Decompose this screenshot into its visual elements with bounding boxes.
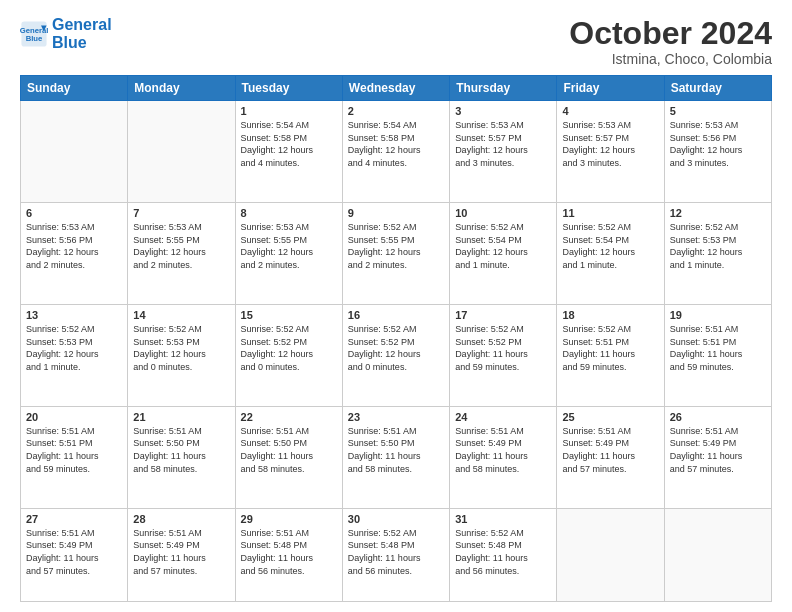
calendar-cell: 7Sunrise: 5:53 AMSunset: 5:55 PMDaylight… [128, 203, 235, 305]
calendar-cell: 21Sunrise: 5:51 AMSunset: 5:50 PMDayligh… [128, 406, 235, 508]
page: General Blue General Blue October 2024 I… [0, 0, 792, 612]
header-row: Sunday Monday Tuesday Wednesday Thursday… [21, 76, 772, 101]
calendar-cell: 3Sunrise: 5:53 AMSunset: 5:57 PMDaylight… [450, 101, 557, 203]
calendar-cell: 20Sunrise: 5:51 AMSunset: 5:51 PMDayligh… [21, 406, 128, 508]
day-info: Sunrise: 5:51 AMSunset: 5:49 PMDaylight:… [455, 425, 551, 475]
day-number: 30 [348, 513, 444, 525]
calendar-cell: 17Sunrise: 5:52 AMSunset: 5:52 PMDayligh… [450, 304, 557, 406]
calendar-cell: 8Sunrise: 5:53 AMSunset: 5:55 PMDaylight… [235, 203, 342, 305]
day-number: 4 [562, 105, 658, 117]
day-info: Sunrise: 5:53 AMSunset: 5:57 PMDaylight:… [455, 119, 551, 169]
day-number: 23 [348, 411, 444, 423]
day-info: Sunrise: 5:51 AMSunset: 5:51 PMDaylight:… [670, 323, 766, 373]
calendar-cell: 28Sunrise: 5:51 AMSunset: 5:49 PMDayligh… [128, 508, 235, 601]
day-number: 20 [26, 411, 122, 423]
day-number: 29 [241, 513, 337, 525]
day-number: 2 [348, 105, 444, 117]
title-area: October 2024 Istmina, Choco, Colombia [569, 16, 772, 67]
day-info: Sunrise: 5:52 AMSunset: 5:52 PMDaylight:… [348, 323, 444, 373]
calendar-cell: 25Sunrise: 5:51 AMSunset: 5:49 PMDayligh… [557, 406, 664, 508]
day-number: 31 [455, 513, 551, 525]
calendar-cell [21, 101, 128, 203]
day-number: 12 [670, 207, 766, 219]
calendar-cell: 19Sunrise: 5:51 AMSunset: 5:51 PMDayligh… [664, 304, 771, 406]
day-info: Sunrise: 5:53 AMSunset: 5:56 PMDaylight:… [670, 119, 766, 169]
calendar-cell: 4Sunrise: 5:53 AMSunset: 5:57 PMDaylight… [557, 101, 664, 203]
day-info: Sunrise: 5:53 AMSunset: 5:55 PMDaylight:… [133, 221, 229, 271]
calendar-cell: 9Sunrise: 5:52 AMSunset: 5:55 PMDaylight… [342, 203, 449, 305]
logo: General Blue General Blue [20, 16, 112, 51]
calendar-cell: 27Sunrise: 5:51 AMSunset: 5:49 PMDayligh… [21, 508, 128, 601]
day-number: 19 [670, 309, 766, 321]
location: Istmina, Choco, Colombia [569, 51, 772, 67]
col-friday: Friday [557, 76, 664, 101]
day-number: 27 [26, 513, 122, 525]
day-number: 13 [26, 309, 122, 321]
calendar-cell: 11Sunrise: 5:52 AMSunset: 5:54 PMDayligh… [557, 203, 664, 305]
day-number: 9 [348, 207, 444, 219]
day-info: Sunrise: 5:51 AMSunset: 5:49 PMDaylight:… [670, 425, 766, 475]
day-number: 18 [562, 309, 658, 321]
calendar-cell: 2Sunrise: 5:54 AMSunset: 5:58 PMDaylight… [342, 101, 449, 203]
col-thursday: Thursday [450, 76, 557, 101]
calendar-cell: 24Sunrise: 5:51 AMSunset: 5:49 PMDayligh… [450, 406, 557, 508]
day-info: Sunrise: 5:51 AMSunset: 5:50 PMDaylight:… [348, 425, 444, 475]
calendar-table: Sunday Monday Tuesday Wednesday Thursday… [20, 75, 772, 602]
month-title: October 2024 [569, 16, 772, 51]
day-number: 7 [133, 207, 229, 219]
day-info: Sunrise: 5:51 AMSunset: 5:49 PMDaylight:… [133, 527, 229, 577]
header: General Blue General Blue October 2024 I… [20, 16, 772, 67]
calendar-cell: 10Sunrise: 5:52 AMSunset: 5:54 PMDayligh… [450, 203, 557, 305]
col-monday: Monday [128, 76, 235, 101]
day-number: 11 [562, 207, 658, 219]
day-info: Sunrise: 5:52 AMSunset: 5:54 PMDaylight:… [455, 221, 551, 271]
day-number: 16 [348, 309, 444, 321]
day-info: Sunrise: 5:53 AMSunset: 5:57 PMDaylight:… [562, 119, 658, 169]
calendar-cell: 30Sunrise: 5:52 AMSunset: 5:48 PMDayligh… [342, 508, 449, 601]
calendar-cell: 15Sunrise: 5:52 AMSunset: 5:52 PMDayligh… [235, 304, 342, 406]
day-number: 15 [241, 309, 337, 321]
day-info: Sunrise: 5:51 AMSunset: 5:49 PMDaylight:… [26, 527, 122, 577]
calendar-cell: 6Sunrise: 5:53 AMSunset: 5:56 PMDaylight… [21, 203, 128, 305]
calendar-cell: 13Sunrise: 5:52 AMSunset: 5:53 PMDayligh… [21, 304, 128, 406]
col-tuesday: Tuesday [235, 76, 342, 101]
calendar-cell: 31Sunrise: 5:52 AMSunset: 5:48 PMDayligh… [450, 508, 557, 601]
calendar-cell: 18Sunrise: 5:52 AMSunset: 5:51 PMDayligh… [557, 304, 664, 406]
day-number: 21 [133, 411, 229, 423]
logo-text-block: General Blue [52, 16, 112, 51]
calendar-cell [557, 508, 664, 601]
day-number: 10 [455, 207, 551, 219]
day-number: 1 [241, 105, 337, 117]
day-info: Sunrise: 5:51 AMSunset: 5:50 PMDaylight:… [241, 425, 337, 475]
calendar-cell: 26Sunrise: 5:51 AMSunset: 5:49 PMDayligh… [664, 406, 771, 508]
day-info: Sunrise: 5:52 AMSunset: 5:52 PMDaylight:… [241, 323, 337, 373]
day-number: 24 [455, 411, 551, 423]
logo-icon: General Blue [20, 20, 48, 48]
day-number: 14 [133, 309, 229, 321]
day-number: 26 [670, 411, 766, 423]
calendar-cell: 16Sunrise: 5:52 AMSunset: 5:52 PMDayligh… [342, 304, 449, 406]
day-number: 25 [562, 411, 658, 423]
col-sunday: Sunday [21, 76, 128, 101]
calendar-cell [664, 508, 771, 601]
day-info: Sunrise: 5:52 AMSunset: 5:53 PMDaylight:… [670, 221, 766, 271]
day-info: Sunrise: 5:52 AMSunset: 5:51 PMDaylight:… [562, 323, 658, 373]
day-info: Sunrise: 5:52 AMSunset: 5:48 PMDaylight:… [348, 527, 444, 577]
day-info: Sunrise: 5:52 AMSunset: 5:48 PMDaylight:… [455, 527, 551, 577]
day-info: Sunrise: 5:52 AMSunset: 5:52 PMDaylight:… [455, 323, 551, 373]
day-info: Sunrise: 5:51 AMSunset: 5:51 PMDaylight:… [26, 425, 122, 475]
day-number: 5 [670, 105, 766, 117]
day-info: Sunrise: 5:54 AMSunset: 5:58 PMDaylight:… [348, 119, 444, 169]
day-number: 8 [241, 207, 337, 219]
day-info: Sunrise: 5:53 AMSunset: 5:55 PMDaylight:… [241, 221, 337, 271]
col-wednesday: Wednesday [342, 76, 449, 101]
calendar-cell: 14Sunrise: 5:52 AMSunset: 5:53 PMDayligh… [128, 304, 235, 406]
day-number: 28 [133, 513, 229, 525]
day-info: Sunrise: 5:52 AMSunset: 5:55 PMDaylight:… [348, 221, 444, 271]
calendar-cell: 22Sunrise: 5:51 AMSunset: 5:50 PMDayligh… [235, 406, 342, 508]
calendar-cell [128, 101, 235, 203]
day-info: Sunrise: 5:51 AMSunset: 5:49 PMDaylight:… [562, 425, 658, 475]
day-info: Sunrise: 5:51 AMSunset: 5:50 PMDaylight:… [133, 425, 229, 475]
calendar-cell: 23Sunrise: 5:51 AMSunset: 5:50 PMDayligh… [342, 406, 449, 508]
day-number: 6 [26, 207, 122, 219]
